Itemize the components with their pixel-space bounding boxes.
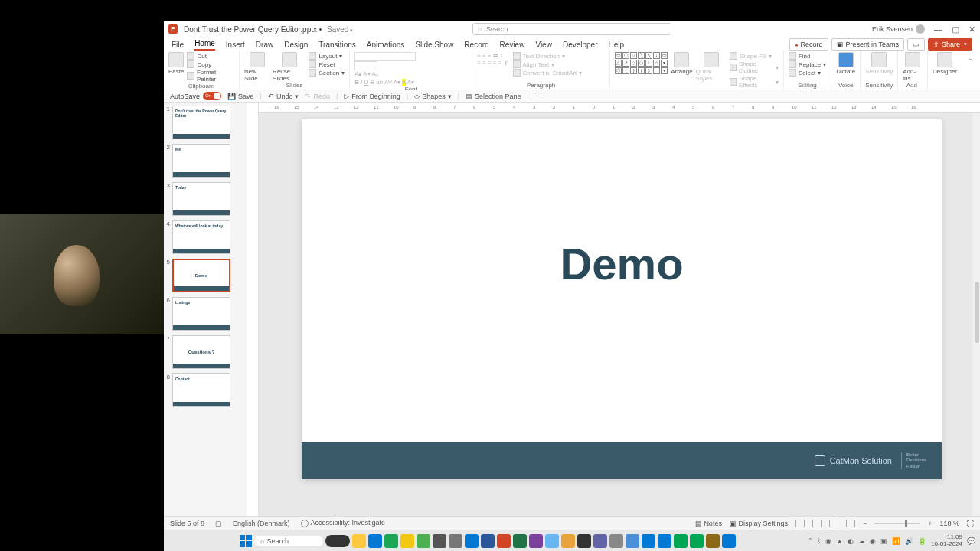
- tray-icon[interactable]: ▣: [880, 537, 887, 545]
- tab-record[interactable]: Record: [464, 41, 488, 51]
- taskbar-search[interactable]: ⌕Search: [254, 536, 323, 546]
- task-view-button[interactable]: [325, 535, 350, 547]
- notifications-icon[interactable]: 💬: [967, 537, 975, 545]
- user-account[interactable]: Erik Svensen: [872, 24, 925, 34]
- addins-button[interactable]: Add-ins: [903, 52, 923, 82]
- replace-button[interactable]: Replace ▾: [789, 60, 826, 68]
- undo-button[interactable]: ↶Undo ▾: [268, 93, 299, 100]
- taskbar-app-icon[interactable]: [609, 534, 623, 548]
- thumbnail-1[interactable]: Don't trust the Power Query Editor: [172, 106, 230, 139]
- sensitivity-button[interactable]: Sensitivity: [865, 52, 893, 75]
- taskbar-app-icon[interactable]: [497, 534, 511, 548]
- shapes-gallery[interactable]: ▭▢○╲╲↓▭ △↗◇⬠↕☆▾ ⬡{}()▾: [615, 52, 668, 74]
- display-settings-button[interactable]: ▣ Display Settings: [730, 520, 788, 527]
- copy-button[interactable]: Copy: [187, 60, 234, 68]
- paste-button[interactable]: Paste: [168, 52, 184, 75]
- language-status[interactable]: English (Denmark): [233, 520, 290, 527]
- tab-review[interactable]: Review: [500, 41, 525, 51]
- zoom-slider[interactable]: [874, 523, 920, 524]
- smartart-button[interactable]: Convert to SmartArt ▾: [513, 69, 583, 77]
- dictate-button[interactable]: Dictate: [836, 52, 855, 75]
- taskbar-app-icon[interactable]: [368, 534, 382, 548]
- new-slide-button[interactable]: New Slide: [244, 52, 270, 82]
- taskbar-app-icon[interactable]: [513, 534, 527, 548]
- thumbnail-7[interactable]: Questions ?: [172, 335, 230, 369]
- zoom-in-button[interactable]: +: [928, 520, 932, 527]
- normal-view-button[interactable]: [795, 520, 805, 527]
- thumbnail-2[interactable]: Me: [172, 144, 230, 178]
- notes-button[interactable]: ▤ Notes: [695, 520, 722, 527]
- shape-effects-button[interactable]: Shape Effects ▾: [730, 75, 779, 89]
- battery-icon[interactable]: 🔋: [918, 537, 926, 545]
- taskbar-app-icon[interactable]: [626, 534, 639, 548]
- select-button[interactable]: Select ▾: [789, 69, 826, 77]
- start-button[interactable]: [240, 535, 252, 547]
- shapes-button[interactable]: ◇Shapes ▾: [414, 93, 452, 100]
- shape-fill-button[interactable]: Shape Fill ▾: [730, 52, 779, 60]
- taskbar-app-icon[interactable]: [433, 534, 446, 548]
- tab-insert[interactable]: Insert: [226, 41, 245, 51]
- taskbar-app-icon[interactable]: [722, 534, 736, 548]
- tab-home[interactable]: Home: [194, 39, 215, 51]
- taskbar-app-icon[interactable]: [658, 534, 671, 548]
- tab-developer[interactable]: Developer: [563, 41, 598, 51]
- tray-icon[interactable]: ◐: [848, 537, 854, 545]
- save-button[interactable]: 💾Save: [227, 93, 254, 100]
- tab-view[interactable]: View: [535, 41, 552, 51]
- taskbar-app-icon[interactable]: [674, 534, 688, 548]
- section-button[interactable]: Section ▾: [309, 69, 345, 77]
- tab-slideshow[interactable]: Slide Show: [415, 41, 453, 51]
- zoom-level[interactable]: 118 %: [939, 520, 959, 527]
- from-beginning-button[interactable]: ▷From Beginning: [344, 93, 400, 100]
- tab-animations[interactable]: Animations: [367, 41, 404, 51]
- clock[interactable]: 11:09 10-01-2024: [931, 534, 962, 548]
- record-button[interactable]: Record: [789, 38, 828, 51]
- minimize-button[interactable]: —: [934, 24, 942, 34]
- comments-button[interactable]: ▭: [907, 38, 925, 51]
- zoom-out-button[interactable]: −: [863, 520, 867, 527]
- tray-icon[interactable]: ◉: [870, 537, 876, 545]
- close-button[interactable]: ✕: [969, 24, 975, 34]
- slide-counter[interactable]: Slide 5 of 8: [170, 520, 204, 527]
- taskbar-app-icon[interactable]: [465, 534, 479, 548]
- tab-help[interactable]: Help: [609, 41, 625, 51]
- find-button[interactable]: Find: [789, 52, 826, 60]
- cut-button[interactable]: Cut: [187, 52, 234, 60]
- designer-button[interactable]: Designer: [933, 52, 957, 75]
- autosave-toggle[interactable]: AutoSave On: [170, 92, 221, 100]
- taskbar-app-icon[interactable]: [400, 534, 414, 548]
- arrange-button[interactable]: Arrange: [671, 52, 692, 75]
- vertical-scrollbar[interactable]: [972, 113, 980, 516]
- thumbnail-5[interactable]: Demo: [172, 259, 230, 292]
- layout-button[interactable]: Layout ▾: [309, 52, 345, 60]
- shape-outline-button[interactable]: Shape Outline ▾: [730, 60, 779, 74]
- maximize-button[interactable]: ▢: [952, 24, 959, 34]
- align-text-button[interactable]: Align Text ▾: [513, 60, 583, 68]
- reset-button[interactable]: Reset: [309, 60, 345, 68]
- taskbar-app-icon[interactable]: [481, 534, 495, 548]
- context-icon[interactable]: ▢: [215, 520, 222, 527]
- taskbar-app-icon[interactable]: [593, 534, 607, 548]
- tray-icon[interactable]: ▲: [836, 537, 843, 545]
- format-painter-button[interactable]: Format Painter: [187, 69, 234, 83]
- thumbnail-8[interactable]: Contact: [172, 373, 230, 407]
- reading-view-button[interactable]: [829, 520, 838, 527]
- share-button[interactable]: ⇧ Share: [928, 38, 972, 51]
- slide-canvas[interactable]: Demo CatMan Solution BetterDecisionsFast…: [302, 119, 942, 479]
- taskbar-app-icon[interactable]: [690, 534, 704, 548]
- selection-pane-button[interactable]: ▤Selection Pane: [466, 93, 521, 100]
- thumbnail-3[interactable]: Today: [172, 182, 230, 216]
- quick-styles-button[interactable]: Quick Styles: [696, 52, 727, 82]
- reuse-slides-button[interactable]: Reuse Slides: [273, 52, 305, 82]
- save-state[interactable]: Saved: [327, 25, 353, 34]
- qat-overflow[interactable]: ⋯: [535, 93, 542, 100]
- taskbar-app-icon[interactable]: [642, 534, 655, 548]
- tab-transitions[interactable]: Transitions: [318, 41, 356, 51]
- slideshow-view-button[interactable]: [846, 520, 855, 527]
- collapse-ribbon-button[interactable]: ⌄: [962, 51, 980, 65]
- taskbar-app-icon[interactable]: [449, 534, 462, 548]
- taskbar-app-icon[interactable]: [384, 534, 398, 548]
- taskbar-app-icon[interactable]: [577, 534, 591, 548]
- tray-icon[interactable]: ◉: [825, 537, 831, 545]
- taskbar-app-icon[interactable]: [529, 534, 543, 548]
